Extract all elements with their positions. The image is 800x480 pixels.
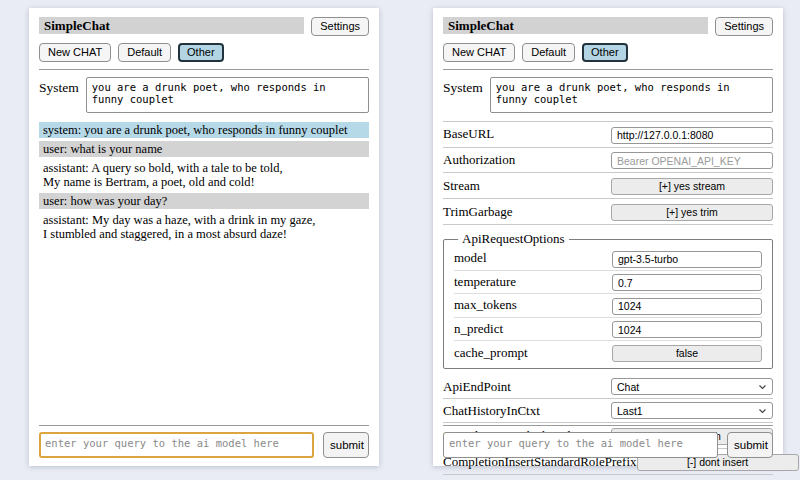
setting-label: BaseURL xyxy=(443,126,494,142)
assistant-line: I stumbled and staggered, in a most absu… xyxy=(43,227,365,241)
chat-message-system: system: you are a drunk poet, who respon… xyxy=(39,122,369,138)
system-prompt-label: System xyxy=(443,77,483,113)
settings-button[interactable]: Settings xyxy=(715,17,773,36)
setting-row-stream: Stream [+] yes stream xyxy=(443,173,773,199)
system-prompt-textarea[interactable]: you are a drunk poet, who responds in fu… xyxy=(86,77,369,113)
setting-label: max_tokens xyxy=(454,297,517,313)
system-prompt-row: System you are a drunk poet, who respond… xyxy=(443,77,773,113)
new-chat-button[interactable]: New CHAT xyxy=(39,43,111,62)
session-tabs: New CHAT Default Other xyxy=(443,43,773,62)
session-tab-other[interactable]: Other xyxy=(582,43,628,62)
chevron-down-icon xyxy=(758,384,767,390)
api-request-options-group: ApiRequestOptions model temperature max_… xyxy=(443,231,773,369)
session-tabs: New CHAT Default Other xyxy=(39,43,369,62)
setting-row-n-predict: n_predict xyxy=(454,318,762,342)
api-request-options-legend: ApiRequestOptions xyxy=(458,231,569,247)
assistant-line: assistant: A query so bold, with a tale … xyxy=(43,161,365,175)
settings-button[interactable]: Settings xyxy=(311,17,369,36)
setting-row-trimgarbage: TrimGarbage [+] yes trim xyxy=(443,199,773,225)
setting-label: cache_prompt xyxy=(454,345,528,361)
setting-row-api-endpoint: ApiEndPoint Chat xyxy=(443,375,773,399)
chat-history-selected-value: Last1 xyxy=(617,405,643,417)
setting-row-model: model xyxy=(454,247,762,271)
setting-label: temperature xyxy=(454,274,516,290)
system-prompt-row: System you are a drunk poet, who respond… xyxy=(39,77,369,113)
cache-prompt-toggle-button[interactable]: false xyxy=(612,345,762,362)
setting-row-chat-history: ChatHistoryInCtxt Last1 xyxy=(443,399,773,423)
divider xyxy=(443,69,773,70)
api-endpoint-select[interactable]: Chat xyxy=(611,378,773,395)
new-chat-button[interactable]: New CHAT xyxy=(443,43,515,62)
query-area: submit xyxy=(39,425,369,458)
setting-label: ChatHistoryInCtxt xyxy=(443,403,540,419)
setting-row-authorization: Authorization xyxy=(443,148,773,174)
settings-form: BaseURL Authorization Stream [+] yes str… xyxy=(443,121,773,475)
setting-label: TrimGarbage xyxy=(443,204,513,220)
query-textarea[interactable] xyxy=(39,432,314,458)
setting-row-cache-prompt: cache_prompt false xyxy=(454,341,762,364)
max-tokens-input[interactable] xyxy=(612,298,762,315)
divider xyxy=(39,425,369,426)
query-area: submit xyxy=(443,425,773,458)
setting-row-temperature: temperature xyxy=(454,271,762,295)
chat-message-assistant: assistant: A query so bold, with a tale … xyxy=(39,160,369,190)
assistant-line: assistant: My day was a haze, with a dri… xyxy=(43,213,365,227)
setting-label: Stream xyxy=(443,178,480,194)
authorization-input[interactable] xyxy=(611,152,773,169)
temperature-input[interactable] xyxy=(612,274,762,291)
stream-toggle-button[interactable]: [+] yes stream xyxy=(611,178,773,195)
chat-history-select[interactable]: Last1 xyxy=(611,402,773,419)
chevron-down-icon xyxy=(758,408,767,414)
panel-settings: SimpleChat Settings New CHAT Default Oth… xyxy=(433,8,783,466)
api-endpoint-selected-value: Chat xyxy=(617,381,639,393)
system-prompt-label: System xyxy=(39,77,79,113)
chat-message-user: user: how was your day? xyxy=(39,193,369,209)
assistant-line: My name is Bertram, a poet, old and cold… xyxy=(43,175,365,189)
app-title: SimpleChat xyxy=(39,17,304,34)
submit-button[interactable]: submit xyxy=(323,432,369,458)
setting-row-baseurl: BaseURL xyxy=(443,122,773,148)
chat-message-assistant: assistant: My day was a haze, with a dri… xyxy=(39,212,369,242)
page: SimpleChat Settings New CHAT Default Oth… xyxy=(0,0,800,480)
submit-button[interactable]: submit xyxy=(727,432,773,458)
session-tab-other[interactable]: Other xyxy=(178,43,224,62)
divider xyxy=(39,69,369,70)
app-header: SimpleChat Settings xyxy=(39,17,369,36)
session-tab-default[interactable]: Default xyxy=(522,43,575,62)
baseurl-input[interactable] xyxy=(611,127,773,144)
setting-label: n_predict xyxy=(454,321,503,337)
n-predict-input[interactable] xyxy=(612,321,762,338)
model-input[interactable] xyxy=(612,251,762,268)
setting-label: ApiEndPoint xyxy=(443,379,511,395)
trimgarbage-toggle-button[interactable]: [+] yes trim xyxy=(611,204,773,221)
chat-message-list: system: you are a drunk poet, who respon… xyxy=(39,122,369,457)
app-header: SimpleChat Settings xyxy=(443,17,773,36)
setting-label: Authorization xyxy=(443,152,515,168)
app-title: SimpleChat xyxy=(443,17,708,34)
session-tab-default[interactable]: Default xyxy=(118,43,171,62)
setting-row-max-tokens: max_tokens xyxy=(454,294,762,318)
system-prompt-textarea[interactable]: you are a drunk poet, who responds in fu… xyxy=(490,77,773,113)
panel-chat: SimpleChat Settings New CHAT Default Oth… xyxy=(29,8,379,466)
chat-message-user: user: what is your name xyxy=(39,141,369,157)
divider xyxy=(443,425,773,426)
setting-label: model xyxy=(454,250,487,266)
query-textarea[interactable] xyxy=(443,432,718,458)
